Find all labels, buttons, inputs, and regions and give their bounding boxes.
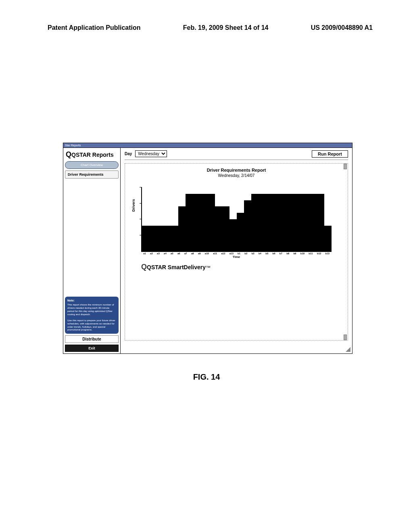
report-viewer: Driver Requirements Report Wednesday, 2/… [125, 163, 348, 341]
driver-requirements-chart: Drivers a1a2a3a4a5a6a7a8a9a10a11a12a13b1… [132, 187, 340, 259]
chart-bar [317, 194, 324, 251]
chart-xtick: b11 [307, 252, 315, 255]
sidebar-note-p1: This report shows the minimum number of … [67, 303, 114, 315]
brand-text: QSTAR Reports [71, 152, 114, 158]
chart-xtick: b8 [284, 252, 291, 255]
chart-bar [149, 226, 156, 251]
day-label: Day [125, 152, 132, 156]
chart-xtick: b6 [270, 252, 277, 255]
brand-q-icon: Q [141, 263, 147, 271]
chart-bar [200, 194, 208, 251]
exit-button[interactable]: Exit [65, 345, 119, 352]
chart-bar [208, 194, 215, 251]
chart-bar [142, 226, 149, 251]
chart-bar [288, 194, 295, 251]
sidebar-item-driver-requirements[interactable]: Driver Requirements [65, 170, 119, 179]
chart-bars [142, 187, 332, 251]
chart-xtick: a10 [203, 252, 211, 255]
app-brand: QQSTAR Reports [65, 150, 119, 161]
chart-xtick: b4 [257, 252, 263, 255]
distribute-button[interactable]: Distribute [65, 335, 119, 343]
chart-xtick: b5 [263, 252, 270, 255]
chart-bar [186, 194, 193, 251]
main-panel: Day Wednesday Run Report Driver Requirem… [121, 148, 352, 353]
chart-bar [193, 194, 200, 251]
vertical-scrollbar[interactable] [343, 164, 347, 340]
chart-xtick: a3 [155, 252, 162, 255]
chart-xtick: a6 [175, 252, 182, 255]
chart-bar [171, 226, 178, 251]
report-subtitle: Wednesday, 2/14/07 [132, 173, 340, 178]
chart-xtick: b3 [250, 252, 257, 255]
chart-bar [310, 194, 317, 251]
chart-xtick: a4 [162, 252, 169, 255]
chart-bar [229, 219, 237, 251]
chart-xtick: a2 [148, 252, 155, 255]
chart-xtick: a5 [169, 252, 175, 255]
chart-xtick: a13 [227, 252, 236, 255]
chart-xticks: a1a2a3a4a5a6a7a8a9a10a11a12a13b1b2b3b4b5… [141, 252, 332, 255]
window-titlebar: Star Reports [63, 143, 352, 148]
chart-xtick: a11 [211, 252, 219, 255]
chart-bar [156, 226, 164, 251]
run-report-button[interactable]: Run Report [312, 150, 348, 158]
chart-xtick: a1 [141, 252, 148, 255]
chart-plot-area [141, 187, 332, 252]
sidebar-note-p2: Use this report to prepare your future d… [67, 319, 115, 331]
chart-xtick: a12 [219, 252, 227, 255]
day-select[interactable]: Wednesday [135, 150, 167, 157]
app-window: Star Reports QQSTAR Reports Chart Overvi… [63, 143, 353, 354]
chart-bar [244, 200, 251, 251]
chart-xtick: a7 [182, 252, 189, 255]
chart-bar [259, 194, 266, 251]
chart-bar [324, 226, 332, 251]
chart-bar [215, 206, 222, 251]
sidebar-tab-chart-overview[interactable]: Chart Overview [65, 161, 119, 169]
chart-bar [178, 206, 186, 251]
chart-bar [302, 194, 310, 251]
chart-xtick: b2 [242, 252, 249, 255]
chart-bar [295, 194, 302, 251]
chart-xtick: b12 [315, 252, 323, 255]
chart-xlabel: Time [141, 255, 332, 259]
sheet-info: Feb. 19, 2009 Sheet 14 of 14 [183, 24, 269, 31]
report-title: Driver Requirements Report [132, 168, 340, 172]
brand-q-icon: Q [66, 150, 71, 158]
chart-xtick: b1 [236, 252, 242, 255]
sidebar: QQSTAR Reports Chart Overview Driver Req… [63, 148, 121, 353]
chart-xtick: b13 [323, 252, 332, 255]
chart-bar [273, 194, 280, 251]
chart-xtick: a8 [189, 252, 196, 255]
chart-bar [164, 226, 171, 251]
publication-type: Patent Application Publication [48, 24, 141, 31]
chart-ylabel: Drivers [131, 199, 136, 212]
resize-grabber-icon[interactable] [346, 347, 350, 352]
chart-bar [280, 194, 288, 251]
publication-id: US 2009/0048890 A1 [311, 24, 373, 31]
chart-xtick: b10 [298, 252, 307, 255]
figure-caption: FIG. 14 [0, 372, 413, 382]
chart-xtick: a9 [196, 252, 203, 255]
chart-xtick: b9 [291, 252, 298, 255]
chart-bar [222, 206, 229, 251]
report-brand: QQSTAR SmartDelivery™ [141, 263, 340, 271]
sidebar-note-heading: Note: [67, 299, 116, 303]
chart-bar [266, 194, 273, 251]
chart-bar [237, 213, 244, 251]
report-brand-text: QSTAR SmartDelivery [147, 264, 206, 270]
page-header: Patent Application Publication Feb. 19, … [0, 0, 413, 31]
sidebar-note: Note: This report shows the minimum numb… [65, 297, 119, 334]
chart-bar [251, 194, 259, 251]
chart-xtick: b7 [277, 252, 284, 255]
